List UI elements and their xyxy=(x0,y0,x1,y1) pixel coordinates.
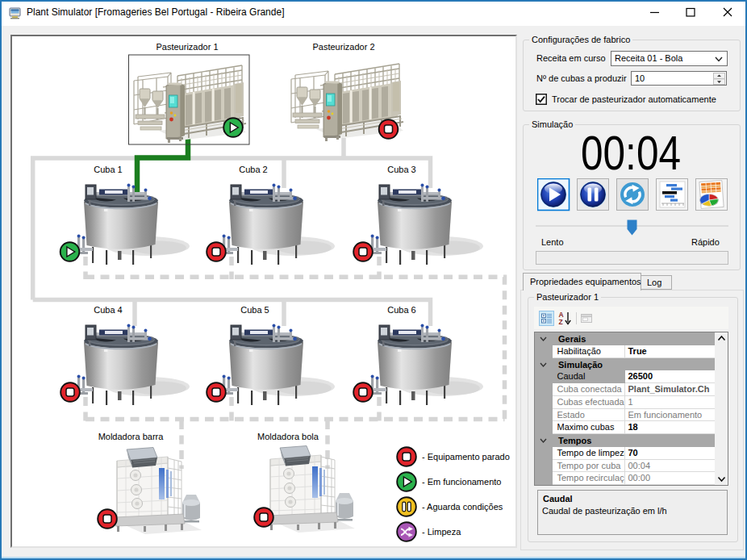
svg-text:Cuba 5: Cuba 5 xyxy=(240,305,269,315)
svg-text:Cuba 2: Cuba 2 xyxy=(239,165,267,174)
svg-text:- Equipamento parado: - Equipamento parado xyxy=(422,452,510,462)
svg-text:Cuba 4: Cuba 4 xyxy=(94,305,122,315)
svg-text:- Aguarda condições: - Aguarda condições xyxy=(422,502,503,512)
svg-text:- Em funcionamento: - Em funcionamento xyxy=(422,477,501,487)
svg-text:Moldadora barra: Moldadora barra xyxy=(98,432,165,441)
svg-text:Cuba 6: Cuba 6 xyxy=(387,305,415,315)
svg-text:Z: Z xyxy=(559,318,563,326)
svg-text:Cuba 1: Cuba 1 xyxy=(94,165,122,174)
svg-text:Cuba 3: Cuba 3 xyxy=(387,165,415,174)
svg-text:- Limpeza: - Limpeza xyxy=(422,527,461,537)
svg-text:Moldadora bola: Moldadora bola xyxy=(257,432,319,441)
svg-text:Pasteurizador 2: Pasteurizador 2 xyxy=(312,42,374,52)
svg-text:Pasteurizador 1: Pasteurizador 1 xyxy=(156,42,218,52)
